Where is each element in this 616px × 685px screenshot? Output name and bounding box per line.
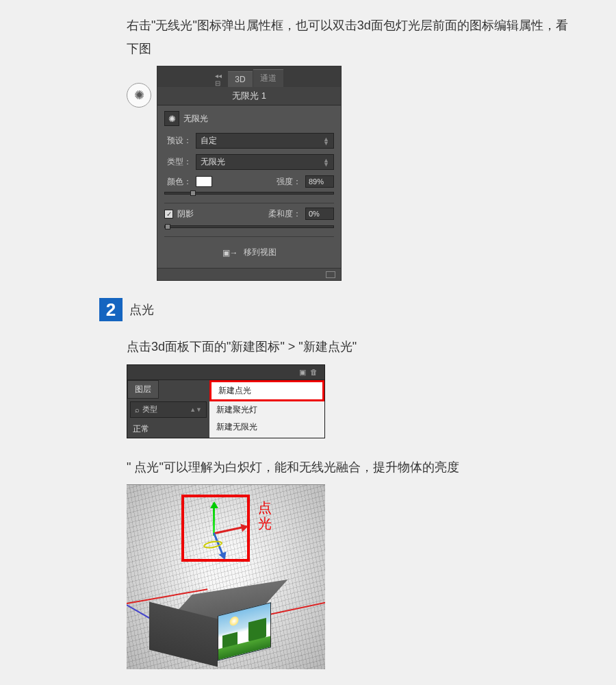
layers-tab[interactable]: 图层 — [127, 380, 159, 399]
annotation-label: 点光 — [258, 500, 272, 532]
light-type-name: 无限光 — [183, 113, 208, 125]
type-select[interactable]: 无限光 ▲▼ — [196, 154, 334, 170]
intensity-input[interactable]: 89% — [305, 175, 334, 188]
softness-label: 柔和度： — [268, 208, 301, 220]
new-icon[interactable]: ▣ — [299, 368, 306, 377]
softness-slider[interactable] — [164, 225, 334, 228]
dropdown-arrows-icon: ▲▼ — [323, 137, 329, 146]
infinite-light-icon[interactable]: ✺ — [164, 111, 179, 126]
panel-collapse-icons: ◂◂⊟ — [215, 72, 222, 87]
color-swatch[interactable] — [196, 176, 212, 187]
search-icon: ⌕ — [135, 406, 140, 414]
trash-icon[interactable]: 🗑 — [310, 368, 318, 376]
blend-mode[interactable]: 正常 — [127, 421, 209, 438]
gizmo-y-axis — [213, 503, 215, 536]
shadow-checkbox[interactable]: ✓ — [164, 210, 173, 219]
preset-label: 预设： — [164, 135, 192, 147]
context-menu: 新建点光 新建聚光灯 新建无限光 — [209, 380, 324, 438]
slider-thumb[interactable] — [165, 224, 170, 229]
filter-label: 类型 — [142, 404, 157, 414]
description-paragraph: " 点光"可以理解为白炽灯，能和无线光融合，提升物体的亮度 — [127, 456, 568, 479]
panel-title: 无限光 1 — [157, 87, 341, 105]
divider — [164, 236, 334, 237]
properties-panel: ◂◂⊟ 3D 通道 无限光 1 ✺ 无限光 预设： 自定 ▲▼ 类 — [157, 66, 342, 281]
intro-paragraph: 右击"无线光"图标弹出属性框，也可以双击3d面包灯光层前面的图标编辑属性，看下图 — [127, 14, 568, 60]
type-value: 无限光 — [201, 156, 225, 168]
panel-footer — [157, 268, 341, 280]
step-title: 点光 — [129, 301, 154, 318]
dropdown-arrows-icon: ▲▼ — [323, 158, 329, 167]
softness-input[interactable]: 0% — [305, 208, 334, 220]
filter-select[interactable]: ⌕ 类型 ▲▼ — [130, 401, 207, 418]
preset-select[interactable]: 自定 ▲▼ — [196, 133, 334, 149]
cube-object — [164, 605, 260, 669]
move-to-view-label: 移到视图 — [244, 247, 277, 258]
menu-new-infinite-light[interactable]: 新建无限光 — [209, 419, 324, 436]
shadow-label: 阴影 — [177, 208, 194, 220]
intensity-slider[interactable] — [164, 192, 334, 195]
layers-panel-with-menu: ▣ 🗑 图层 ⌕ 类型 ▲▼ 正常 新建点光 新建聚光灯 新建无限光 — [127, 364, 325, 438]
instruction-paragraph: 点击3d面板下面的"新建图标" > "新建点光" — [127, 335, 568, 358]
preset-value: 自定 — [201, 135, 217, 147]
intensity-label: 强度： — [277, 176, 301, 188]
step-number-badge: 2 — [99, 298, 123, 321]
dropdown-arrows-icon: ▲▼ — [190, 406, 202, 413]
viewport-screenshot: 点光 — [127, 484, 325, 669]
slider-thumb[interactable] — [190, 190, 196, 196]
move-to-view-icon: ▣→ — [222, 248, 238, 258]
texture-sun — [229, 615, 239, 627]
menu-new-spot-light[interactable]: 新建聚光灯 — [209, 401, 324, 419]
menu-new-point-light[interactable]: 新建点光 — [209, 380, 324, 401]
color-label: 颜色： — [164, 176, 192, 188]
light-bulb-icon: ✺ — [127, 83, 151, 108]
move-to-view-button[interactable]: ▣→ 移到视图 — [164, 242, 334, 262]
tab-3d[interactable]: 3D — [228, 71, 252, 87]
panel-menu-icon[interactable] — [326, 271, 335, 278]
tab-channels[interactable]: 通道 — [253, 69, 283, 87]
divider — [164, 203, 334, 203]
type-label: 类型： — [164, 156, 192, 168]
